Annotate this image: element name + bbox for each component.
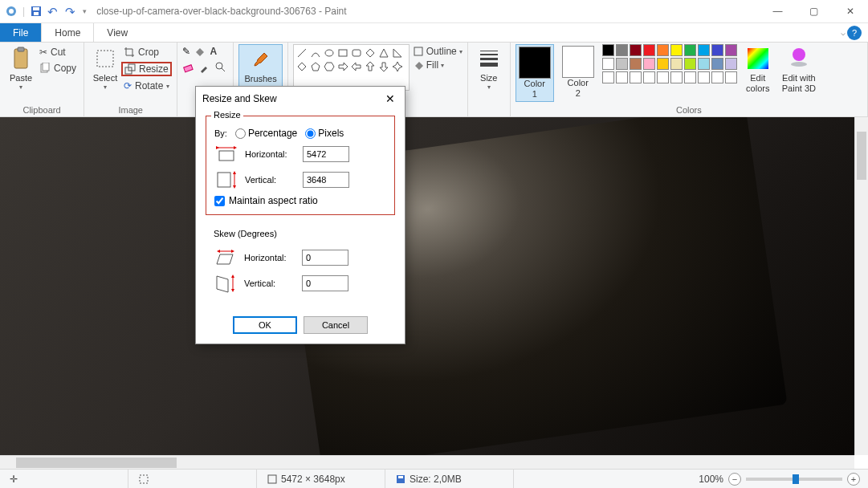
- shape-arrowu-icon[interactable]: [365, 61, 376, 72]
- color-swatch[interactable]: [630, 44, 642, 56]
- undo-icon[interactable]: ↶: [47, 5, 60, 18]
- color-swatch[interactable]: [711, 71, 723, 83]
- color-swatch[interactable]: [725, 58, 737, 70]
- paste-button[interactable]: Paste ▾: [5, 44, 37, 92]
- skew-vertical-input[interactable]: [302, 275, 348, 291]
- shape-arrowr-icon[interactable]: [337, 61, 348, 72]
- save-icon[interactable]: [30, 5, 43, 18]
- cut-button[interactable]: ✂Cut: [37, 46, 79, 59]
- edit-colors-button[interactable]: Edit colors: [742, 44, 774, 96]
- shape-arrowd-icon[interactable]: [378, 61, 389, 72]
- color-swatch[interactable]: [698, 58, 710, 70]
- vertical-scrollbar[interactable]: [854, 117, 868, 455]
- ribbon-collapse-icon[interactable]: ⌵: [841, 28, 846, 37]
- size-button[interactable]: Size ▾: [473, 44, 505, 92]
- color-swatch[interactable]: [602, 58, 614, 70]
- rotate-button[interactable]: ⟳Rotate▾: [121, 79, 172, 92]
- color-swatch[interactable]: [725, 71, 737, 83]
- color1-button[interactable]: Color 1: [516, 44, 554, 102]
- pixels-radio[interactable]: Pixels: [305, 128, 344, 139]
- color-swatch[interactable]: [602, 71, 614, 83]
- color-swatch[interactable]: [616, 44, 628, 56]
- color-swatch[interactable]: [698, 71, 710, 83]
- pencil-icon[interactable]: ✎: [182, 46, 190, 59]
- bucket-icon[interactable]: [194, 46, 206, 59]
- color-swatch[interactable]: [725, 44, 737, 56]
- scrollbar-thumb[interactable]: [16, 458, 177, 468]
- shape-oval-icon[interactable]: [324, 47, 335, 59]
- color-swatch[interactable]: [616, 71, 628, 83]
- color-swatch[interactable]: [670, 58, 683, 70]
- picker-icon[interactable]: [198, 61, 211, 74]
- shape-hex-icon[interactable]: [324, 61, 335, 72]
- color-swatch[interactable]: [684, 58, 696, 70]
- shape-arrowl-icon[interactable]: [351, 61, 362, 72]
- color2-button[interactable]: Color 2: [559, 44, 597, 100]
- shape-curve-icon[interactable]: [310, 47, 321, 59]
- color-swatch[interactable]: [643, 58, 655, 70]
- scrollbar-thumb[interactable]: [857, 132, 866, 180]
- color-swatch[interactable]: [616, 58, 628, 70]
- zoom-in-button[interactable]: +: [847, 473, 860, 486]
- shape-line-icon[interactable]: [296, 47, 308, 59]
- qat-dropdown-icon[interactable]: ▾: [83, 7, 87, 15]
- color-swatch[interactable]: [711, 58, 723, 70]
- shape-tri-icon[interactable]: [378, 47, 389, 59]
- shape-star4-icon[interactable]: [392, 61, 403, 72]
- text-icon[interactable]: A: [210, 46, 217, 59]
- shape-rect-icon[interactable]: [337, 47, 348, 59]
- color-swatch[interactable]: [698, 44, 710, 56]
- resize-button[interactable]: Resize: [121, 62, 172, 76]
- shape-rtri-icon[interactable]: [392, 47, 403, 59]
- horizontal-scrollbar[interactable]: [0, 455, 854, 469]
- shapes-gallery[interactable]: [293, 44, 410, 91]
- file-tab[interactable]: File: [0, 23, 41, 42]
- color-swatch[interactable]: [657, 71, 669, 83]
- color-palette[interactable]: [602, 44, 737, 83]
- file-size-label: Size: 2,0MB: [410, 474, 462, 485]
- color-swatch[interactable]: [670, 44, 683, 56]
- view-tab[interactable]: View: [94, 23, 141, 42]
- color-swatch[interactable]: [630, 58, 642, 70]
- shape-roundrect-icon[interactable]: [351, 47, 362, 59]
- color-swatch[interactable]: [670, 71, 683, 83]
- skew-horizontal-input[interactable]: [302, 250, 348, 266]
- ok-button[interactable]: OK: [233, 316, 297, 334]
- zoom-slider[interactable]: [746, 478, 842, 481]
- percentage-radio[interactable]: Percentage: [235, 128, 297, 139]
- shape-pent-icon[interactable]: [310, 61, 321, 72]
- redo-icon[interactable]: ↷: [65, 5, 78, 18]
- select-button[interactable]: Select ▾: [89, 44, 121, 92]
- color-swatch[interactable]: [711, 44, 723, 56]
- fill-button[interactable]: Fill▾: [413, 59, 463, 71]
- color-swatch[interactable]: [657, 58, 669, 70]
- color-swatch[interactable]: [684, 44, 696, 56]
- shape-poly-icon[interactable]: [365, 47, 376, 59]
- color-swatch[interactable]: [630, 71, 642, 83]
- minimize-button[interactable]: —: [760, 0, 796, 23]
- close-button[interactable]: ✕: [832, 0, 868, 23]
- maintain-aspect-checkbox[interactable]: Maintain aspect ratio: [214, 195, 386, 206]
- resize-horizontal-input[interactable]: [303, 146, 349, 162]
- eraser-icon[interactable]: [182, 61, 195, 74]
- resize-vertical-input[interactable]: [303, 172, 349, 188]
- color-swatch[interactable]: [643, 71, 655, 83]
- maximize-button[interactable]: ▢: [796, 0, 832, 23]
- paint3d-button[interactable]: Edit with Paint 3D: [779, 44, 819, 96]
- shape-diamond-icon[interactable]: [296, 61, 308, 72]
- zoom-knob[interactable]: [793, 474, 799, 484]
- color-swatch[interactable]: [684, 71, 696, 83]
- dialog-close-button[interactable]: ✕: [382, 91, 398, 107]
- color-swatch[interactable]: [602, 44, 614, 56]
- outline-button[interactable]: Outline▾: [413, 46, 463, 57]
- magnify-icon[interactable]: [214, 61, 227, 74]
- crop-button[interactable]: Crop: [121, 46, 172, 59]
- zoom-out-button[interactable]: −: [728, 473, 741, 486]
- canvas[interactable]: [0, 117, 854, 455]
- color-swatch[interactable]: [643, 44, 655, 56]
- home-tab[interactable]: Home: [41, 23, 94, 42]
- copy-button[interactable]: Copy: [37, 62, 79, 75]
- cancel-button[interactable]: Cancel: [304, 316, 368, 334]
- color-swatch[interactable]: [657, 44, 669, 56]
- help-icon[interactable]: ?: [847, 26, 862, 40]
